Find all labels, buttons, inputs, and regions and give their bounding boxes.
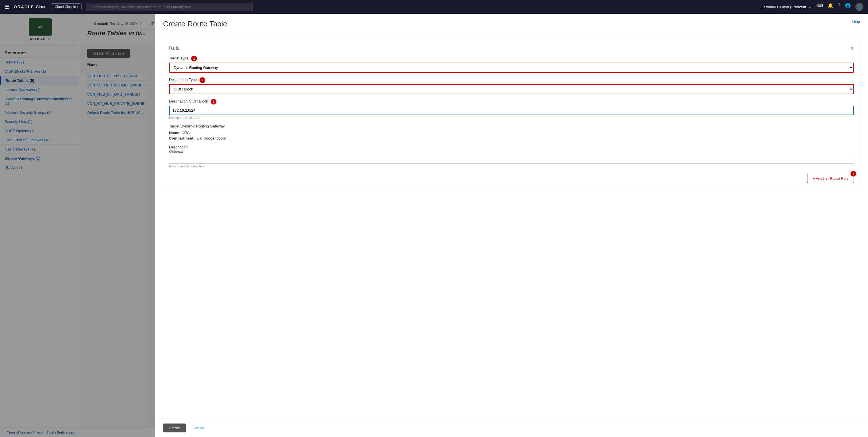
terminal-icon[interactable]: ⌨ [816, 3, 823, 11]
add-route-rule-button[interactable]: + Another Route Rule [807, 174, 854, 183]
description-hint: Maximum 255 characters [169, 164, 854, 168]
add-rule-wrapper: + Another Route Rule 4 [169, 174, 854, 183]
create-button[interactable]: Create [163, 424, 186, 432]
modal-footer: Create Cancel [155, 418, 868, 437]
globe-icon[interactable]: 🌐 [845, 3, 851, 11]
rule-card: Rule × Target Type 1 Dynamic Routing Gat… [163, 39, 860, 189]
modal-header: Create Route Table Help [155, 14, 868, 33]
step-2-badge: 2 [199, 77, 205, 83]
nav-icon-group: ⌨ 🔔 ? 🌐 👤 [816, 3, 863, 11]
nav-right-area: Germany Central (Frankfurt) ⌄ ⌨ 🔔 ? 🌐 👤 [761, 3, 863, 11]
target-drg-title: Target Dynamic Routing Gateway [169, 124, 854, 128]
description-input[interactable] [169, 155, 854, 164]
destination-cidr-input[interactable] [169, 106, 854, 115]
rule-close-button[interactable]: × [850, 45, 854, 51]
rule-section-title: Rule [169, 45, 180, 51]
destination-type-group: Destination Type 2 CIDR Block Service [169, 77, 854, 94]
drg-compartment-value: IwanHoogendoorn [195, 136, 226, 141]
drg-name-label: Name: [169, 131, 181, 135]
step-3-badge: 3 [211, 99, 216, 104]
oracle-text: ORACLE [14, 5, 34, 9]
target-drg-info: Target Dynamic Routing Gateway Name: DRG… [169, 124, 854, 141]
drg-name-value: DRG [181, 131, 190, 135]
target-type-group: Target Type 1 Dynamic Routing Gateway In… [169, 56, 854, 73]
cancel-button[interactable]: Cancel [189, 424, 208, 432]
avatar[interactable]: 👤 [856, 3, 863, 11]
destination-type-select[interactable]: CIDR Block Service [169, 84, 854, 94]
notification-icon[interactable]: 🔔 [828, 3, 833, 11]
description-label: Description Optional [169, 145, 854, 154]
cloud-classic-button[interactable]: Cloud Classic › [51, 3, 82, 10]
create-route-table-modal: Create Route Table Help Rule × Target Ty… [155, 14, 868, 437]
oracle-logo: ORACLE Cloud [14, 5, 46, 9]
destination-cidr-label: Destination CIDR Block 3 [169, 99, 854, 104]
destination-cidr-group: Destination CIDR Block 3 Example: 10.0.0… [169, 99, 854, 120]
target-type-select[interactable]: Dynamic Routing Gateway Internet Gateway… [169, 63, 854, 73]
target-drg-name-row: Name: DRG [169, 131, 854, 135]
cloud-text: Cloud [36, 5, 46, 9]
description-optional: Optional [169, 149, 854, 154]
search-input[interactable] [86, 3, 253, 11]
region-label: Germany Central (Frankfurt) [761, 5, 807, 9]
step-1-badge: 1 [191, 56, 197, 61]
chevron-down-icon: ⌄ [809, 5, 812, 9]
modal-title: Create Route Table [163, 20, 227, 28]
top-navigation: ☰ ORACLE Cloud Cloud Classic › Germany C… [0, 0, 868, 14]
destination-type-label: Destination Type 2 [169, 77, 854, 83]
target-type-label: Target Type 1 [169, 56, 854, 61]
target-drg-compartment-row: Compartment: IwanHoogendoorn [169, 136, 854, 141]
destination-cidr-hint: Example: 10.0.0.0/24 [169, 116, 854, 120]
modal-body: Rule × Target Type 1 Dynamic Routing Gat… [155, 33, 868, 418]
modal-help-link[interactable]: Help [852, 20, 860, 24]
region-selector[interactable]: Germany Central (Frankfurt) ⌄ [761, 5, 812, 9]
description-group: Description Optional Maximum 255 charact… [169, 145, 854, 168]
hamburger-icon[interactable]: ☰ [5, 4, 9, 10]
drg-compartment-label: Compartment: [169, 136, 195, 141]
step-4-badge: 4 [850, 171, 856, 177]
help-icon[interactable]: ? [838, 3, 840, 11]
rule-card-header: Rule × [169, 45, 854, 51]
